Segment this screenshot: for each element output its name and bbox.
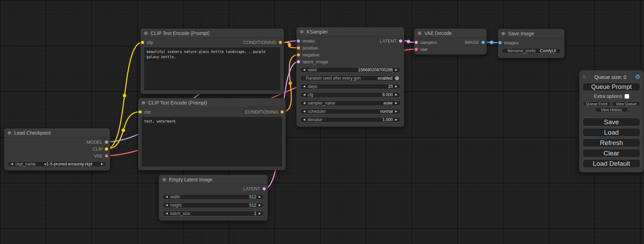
view-history-button[interactable]: View History <box>595 107 628 112</box>
clip-input-slot[interactable]: clip <box>138 109 151 115</box>
MODEL-output-slot[interactable]: MODEL <box>87 139 110 145</box>
LATENT-output-dot[interactable] <box>399 39 402 43</box>
negative-input-slot[interactable]: negative <box>297 52 319 57</box>
increment-arrow-icon[interactable]: ▶ <box>101 163 103 165</box>
decrement-arrow-icon[interactable]: ◀ <box>303 118 305 121</box>
link-midpoint-dot[interactable] <box>289 82 292 85</box>
node-save-image[interactable]: Save Imageimagesfilename_prefixComfyUI <box>498 29 565 58</box>
widget-sampler-name[interactable]: ◀sampler_nameeuler▶ <box>300 100 400 106</box>
node-collapse-dot-icon[interactable] <box>144 31 148 35</box>
widget-scheduler[interactable]: ◀schedulernormal▶ <box>300 109 400 114</box>
link-midpoint-dot[interactable] <box>122 129 125 132</box>
extra-options-checkbox[interactable] <box>625 94 629 99</box>
widget-width[interactable]: ◀width512▶ <box>162 194 264 200</box>
CONDITIONING-output-slot[interactable]: CONDITIONING <box>243 40 284 45</box>
increment-arrow-icon[interactable]: ▶ <box>395 85 397 88</box>
IMAGE-output-dot[interactable] <box>482 41 485 44</box>
widget-denoise[interactable]: ◀denoise1.000▶ <box>300 117 400 123</box>
node-vae-decode[interactable]: VAE DecodesamplesIMAGEvae <box>414 28 487 55</box>
widget-steps[interactable]: ◀steps20▶ <box>300 84 400 89</box>
increment-arrow-icon[interactable]: ▶ <box>395 110 397 113</box>
VAE-output-dot[interactable] <box>105 154 108 157</box>
widget-seed[interactable]: ◀seed156680208700286▶ <box>300 67 400 73</box>
decrement-arrow-icon[interactable]: ◀ <box>303 69 305 71</box>
increment-arrow-icon[interactable]: ▶ <box>395 102 397 105</box>
LATENT-output-dot[interactable] <box>263 187 266 190</box>
prompt-textarea[interactable]: beautiful scenery nature glass bottle la… <box>144 47 280 90</box>
node-title-bar[interactable]: VAE Decode <box>414 29 486 38</box>
samples-input-dot[interactable] <box>415 41 418 44</box>
decrement-arrow-icon[interactable]: ◀ <box>303 102 305 105</box>
drag-handle-icon[interactable]: ⠿ <box>583 74 586 80</box>
node-clip-text-encode-negative[interactable]: CLIP Text Encode (Prompt)clipCONDITIONIN… <box>138 98 286 170</box>
increment-arrow-icon[interactable]: ▶ <box>395 93 397 96</box>
widget-height[interactable]: ◀height512▶ <box>162 202 264 208</box>
node-title-bar[interactable]: Load Checkpoint <box>4 128 110 137</box>
view-queue-button[interactable]: View Queue <box>612 101 640 106</box>
refresh-button[interactable]: Refresh <box>583 138 640 147</box>
latent_image-input-dot[interactable] <box>297 60 300 63</box>
MODEL-output-dot[interactable] <box>105 141 108 144</box>
CONDITIONING-output-slot[interactable]: CONDITIONING <box>245 109 285 115</box>
increment-arrow-icon[interactable]: ▶ <box>259 196 261 198</box>
decrement-arrow-icon[interactable]: ◀ <box>11 163 13 165</box>
CONDITIONING-output-dot[interactable] <box>279 41 282 44</box>
link-midpoint-dot[interactable] <box>407 40 410 43</box>
clip-input-dot[interactable] <box>141 41 144 44</box>
node-title-bar[interactable]: KSampler <box>297 27 404 36</box>
prompt-textarea[interactable]: text, watermark <box>142 117 282 166</box>
CLIP-output-slot[interactable]: CLIP <box>92 146 110 152</box>
widget-filename-prefix[interactable]: filename_prefixComfyUI <box>502 48 561 54</box>
node-collapse-dot-icon[interactable] <box>502 32 505 35</box>
widget-ckpt-name[interactable]: ◀ckpt_namev1-5-pruned-emaonly.ckpt▶ <box>8 161 106 167</box>
widget-batch-size[interactable]: ◀batch_size1▶ <box>162 211 264 216</box>
latent_image-input-slot[interactable]: latent_image <box>297 59 328 64</box>
settings-gear-icon[interactable]: ⚙ <box>635 74 640 80</box>
decrement-arrow-icon[interactable]: ◀ <box>303 110 305 113</box>
link-midpoint-dot[interactable] <box>288 43 291 47</box>
node-collapse-dot-icon[interactable] <box>142 101 145 105</box>
clear-button[interactable]: Clear <box>583 149 640 157</box>
model-input-dot[interactable] <box>297 39 300 43</box>
CLIP-output-dot[interactable] <box>105 147 108 151</box>
toggle-knob-icon[interactable] <box>395 76 399 80</box>
vae-input-slot[interactable]: vae <box>414 47 427 52</box>
save-button[interactable]: Save <box>583 118 640 126</box>
node-ksampler[interactable]: KSamplermodelLATENTpositivenegativelaten… <box>296 27 404 127</box>
clip-input-slot[interactable]: clip <box>141 40 153 45</box>
queue-prompt-button[interactable]: Queue Prompt <box>583 83 640 91</box>
node-title-bar[interactable]: CLIP Text Encode (Prompt) <box>141 29 284 38</box>
increment-arrow-icon[interactable]: ▶ <box>395 69 397 71</box>
node-title-bar[interactable]: CLIP Text Encode (Prompt) <box>138 98 285 107</box>
node-title-bar[interactable]: Empty Latent Image <box>159 175 267 184</box>
node-empty-latent-image[interactable]: Empty Latent ImageLATENT◀width512▶◀heigh… <box>159 175 268 221</box>
increment-arrow-icon[interactable]: ▶ <box>259 212 261 215</box>
node-collapse-dot-icon[interactable] <box>8 131 11 135</box>
LATENT-output-slot[interactable]: LATENT <box>380 38 404 44</box>
negative-input-dot[interactable] <box>297 53 300 56</box>
samples-input-slot[interactable]: samples <box>414 40 437 45</box>
load-default-button[interactable]: Load Default <box>583 159 640 168</box>
node-graph-canvas[interactable]: CLIP Text Encode (Prompt)clipCONDITIONIN… <box>0 0 644 244</box>
load-button[interactable]: Load <box>583 128 640 137</box>
node-collapse-dot-icon[interactable] <box>300 30 303 34</box>
decrement-arrow-icon[interactable]: ◀ <box>303 93 305 96</box>
decrement-arrow-icon[interactable]: ◀ <box>166 196 168 198</box>
model-input-slot[interactable]: model <box>297 38 315 44</box>
LATENT-output-slot[interactable]: LATENT <box>243 186 267 191</box>
queue-front-button[interactable]: Queue Front <box>583 101 611 106</box>
node-title-bar[interactable]: Save Image <box>498 29 564 38</box>
IMAGE-output-slot[interactable]: IMAGE <box>465 40 486 45</box>
clip-input-dot[interactable] <box>139 110 142 114</box>
widget-random-seed-after-every-gen[interactable]: Random seed after every genenabled <box>300 75 400 81</box>
node-collapse-dot-icon[interactable] <box>418 31 421 35</box>
positive-input-slot[interactable]: positive <box>297 45 318 51</box>
increment-arrow-icon[interactable]: ▶ <box>395 118 397 121</box>
link-midpoint-dot[interactable] <box>123 94 126 97</box>
node-load-checkpoint[interactable]: Load CheckpointMODELCLIPVAE◀ckpt_namev1-… <box>4 128 110 171</box>
CONDITIONING-output-dot[interactable] <box>281 110 284 114</box>
node-collapse-dot-icon[interactable] <box>162 178 166 181</box>
vae-input-dot[interactable] <box>415 48 418 51</box>
positive-input-dot[interactable] <box>297 46 300 49</box>
VAE-output-slot[interactable]: VAE <box>94 153 110 159</box>
